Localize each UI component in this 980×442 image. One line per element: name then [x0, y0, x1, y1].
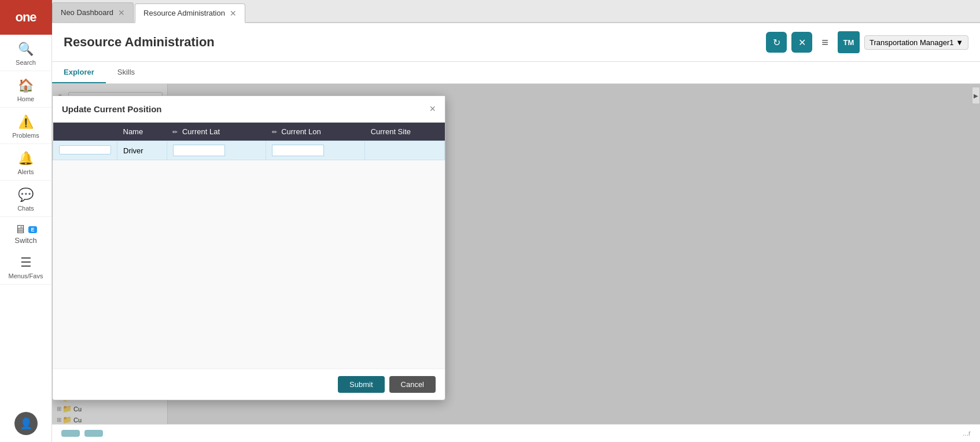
modal-table: Name ✏ Current Lat ✏ Current Lon	[53, 123, 445, 160]
column-header-site: Current Site	[365, 123, 445, 141]
row-lon-cell	[266, 141, 365, 160]
refresh-button[interactable]: ↻	[766, 32, 787, 53]
site-col-label: Current Site	[371, 127, 411, 136]
lat-input[interactable]	[173, 145, 225, 156]
column-header-lat: ✏ Current Lat	[167, 123, 266, 141]
main-area: Neo Dashboard ✕ Resource Administration …	[52, 0, 980, 442]
tab-bar: Neo Dashboard ✕ Resource Administration …	[52, 0, 980, 23]
tab-neo-dashboard[interactable]: Neo Dashboard ✕	[52, 2, 134, 22]
sidebar: one 🔍 Search 🏠 Home ⚠️ Problems 🔔 Alerts…	[0, 0, 52, 442]
hamburger-menu-button[interactable]: ≡	[817, 34, 833, 51]
row-name-value: Driver	[123, 146, 143, 155]
refresh-icon: ↻	[773, 37, 780, 48]
tab-explorer-label: Explorer	[64, 68, 94, 76]
tab-skills[interactable]: Skills	[106, 62, 146, 83]
table-header-row: Name ✏ Current Lat ✏ Current Lon	[53, 123, 445, 141]
bottom-bar: ...r	[52, 424, 980, 442]
warning-icon: ⚠️	[18, 115, 34, 130]
sidebar-item-problems[interactable]: ⚠️ Problems	[0, 108, 51, 144]
edit-lon-icon: ✏	[272, 128, 277, 135]
sidebar-item-menus[interactable]: ☰ Menus/Favs	[0, 248, 51, 285]
sidebar-label-chats: Chats	[17, 205, 34, 212]
tab-resource-close[interactable]: ✕	[230, 9, 237, 17]
tab-skills-label: Skills	[117, 68, 135, 76]
table-row: Driver	[53, 141, 445, 160]
tab-resource-admin[interactable]: Resource Administration ✕	[135, 3, 245, 23]
modal-title: Update Current Position	[62, 104, 162, 114]
chat-icon: 💬	[18, 187, 34, 202]
edit-lat-icon: ✏	[172, 128, 178, 135]
user-dropdown-label: Transportation Manager1	[870, 38, 954, 47]
modal-close-button[interactable]: ×	[429, 103, 436, 115]
logo-text: one	[15, 10, 36, 25]
home-icon: 🏠	[18, 78, 34, 93]
chevron-down-icon: ▼	[956, 38, 963, 47]
modal-overlay: Update Current Position × Name ✏	[52, 84, 980, 424]
header-checkbox-cell	[53, 123, 117, 141]
tm-label: TM	[843, 38, 854, 47]
tab-neo-label: Neo Dashboard	[61, 8, 113, 17]
sidebar-item-alerts[interactable]: 🔔 Alerts	[0, 144, 51, 181]
sidebar-label-alerts: Alerts	[17, 168, 34, 175]
content-area: 🔍 ⊞📁795 ⊞📁795 ⊞📁A ⊞📁AO ⊞📁Au ⊞📁Au ⊞📁Au ⊞📁…	[52, 84, 980, 424]
page-header: Resource Administration ↻ ✕ ≡ TM Transpo…	[52, 23, 980, 62]
switch-badge: E	[28, 226, 36, 233]
lat-col-label: Current Lat	[182, 127, 220, 136]
user-avatar[interactable]: 👤	[14, 412, 38, 435]
avatar-icon: 👤	[20, 417, 32, 430]
bottom-user-label: ...r	[963, 429, 971, 437]
content-wrapper: Explorer Skills 🔍 ⊞📁795 ⊞📁795 ⊞📁A ⊞📁AO ⊞…	[52, 62, 980, 442]
app-logo: one	[0, 0, 52, 35]
sidebar-item-home[interactable]: 🏠 Home	[0, 71, 51, 108]
tm-badge: TM	[838, 31, 860, 53]
search-icon: 🔍	[18, 42, 34, 57]
hamburger-icon: ≡	[821, 36, 828, 49]
modal-header: Update Current Position ×	[53, 96, 445, 123]
column-header-lon: ✏ Current Lon	[266, 123, 365, 141]
tab-resource-label: Resource Administration	[143, 9, 225, 17]
close-x-icon: ✕	[798, 37, 806, 48]
sidebar-item-switch[interactable]: 🖥 E Switch	[0, 217, 51, 248]
column-header-name: Name	[117, 123, 167, 141]
sidebar-item-chats[interactable]: 💬 Chats	[0, 181, 51, 217]
scroll-right-arrow[interactable]: ▶	[972, 87, 980, 104]
sidebar-item-search[interactable]: 🔍 Search	[0, 35, 51, 71]
row-checkbox-cell	[53, 141, 117, 160]
sidebar-label-menus: Menus/Favs	[9, 272, 43, 279]
row-site-cell	[365, 141, 445, 160]
sidebar-label-problems: Problems	[12, 132, 39, 139]
row-name-cell: Driver	[117, 141, 167, 160]
monitor-icon: 🖥	[14, 223, 26, 236]
page-title: Resource Administration	[64, 35, 766, 50]
close-button[interactable]: ✕	[791, 32, 812, 53]
sidebar-bottom: 👤	[0, 405, 51, 442]
lon-input[interactable]	[272, 145, 324, 156]
row-lat-cell	[167, 141, 266, 160]
row-checkbox[interactable]	[59, 145, 111, 154]
update-position-modal: Update Current Position × Name ✏	[52, 95, 445, 400]
sidebar-label-home: Home	[17, 95, 34, 102]
bottom-btn-2[interactable]	[84, 430, 103, 437]
tab-neo-close[interactable]: ✕	[118, 9, 125, 17]
sidebar-label-switch: Switch	[14, 236, 36, 245]
bell-icon: 🔔	[18, 151, 34, 166]
cancel-button[interactable]: Cancel	[389, 376, 436, 393]
name-col-label: Name	[123, 127, 143, 136]
lon-col-label: Current Lon	[281, 127, 321, 136]
submit-button[interactable]: Submit	[338, 376, 384, 393]
modal-footer: Submit Cancel	[53, 369, 445, 400]
sub-tab-bar: Explorer Skills	[52, 62, 980, 84]
user-dropdown[interactable]: Transportation Manager1 ▼	[864, 35, 968, 50]
menu-icon: ☰	[20, 255, 32, 270]
tab-explorer[interactable]: Explorer	[52, 62, 106, 83]
sidebar-label-search: Search	[16, 59, 36, 66]
bottom-btn-1[interactable]	[61, 430, 80, 437]
header-actions: ↻ ✕ ≡ TM Transportation Manager1 ▼	[766, 31, 968, 53]
